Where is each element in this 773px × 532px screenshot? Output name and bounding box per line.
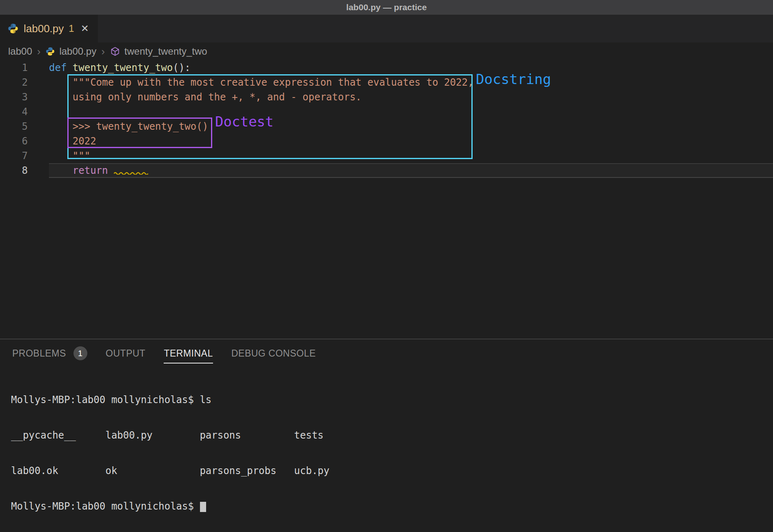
breadcrumb: lab00 › lab00.py › twenty_twenty_two xyxy=(0,42,773,60)
terminal-line: lab00.ok ok parsons_probs ucb.py xyxy=(11,465,773,477)
panel-tab-bar: PROBLEMS 1 OUTPUT TERMINAL DEBUG CONSOLE xyxy=(0,339,773,367)
terminal-cursor xyxy=(200,502,206,512)
line-number[interactable]: 4 xyxy=(0,104,49,119)
chevron-right-icon: › xyxy=(100,45,106,58)
code-token xyxy=(49,77,73,88)
code-line[interactable]: 4 xyxy=(0,104,773,119)
panel-tab-debug-console[interactable]: DEBUG CONSOLE xyxy=(231,339,316,367)
panel-tab-terminal[interactable]: TERMINAL xyxy=(164,339,213,367)
window-title: lab00.py — practice xyxy=(346,2,426,12)
terminal[interactable]: Mollys-MBP:lab00 mollynicholas$ ls __pyc… xyxy=(0,367,773,532)
tab-close-icon[interactable]: ✕ xyxy=(81,23,89,34)
line-number[interactable]: 1 xyxy=(0,60,49,75)
line-number[interactable]: 5 xyxy=(0,119,49,134)
tab-label: lab00.py xyxy=(24,22,64,35)
line-number[interactable]: 8 xyxy=(0,163,49,178)
problems-count-badge: 1 xyxy=(73,346,87,360)
terminal-line: Mollys-MBP:lab00 mollynicholas$ ls xyxy=(11,394,773,406)
bottom-panel: PROBLEMS 1 OUTPUT TERMINAL DEBUG CONSOLE… xyxy=(0,339,773,532)
terminal-line: Mollys-MBP:lab00 mollynicholas$ xyxy=(11,501,773,512)
line-number[interactable]: 7 xyxy=(0,149,49,163)
code-token xyxy=(108,165,114,176)
line-number[interactable]: 6 xyxy=(0,134,49,149)
terminal-text: lab00.ok ok parsons_probs ucb.py xyxy=(11,465,329,477)
python-icon xyxy=(7,23,19,34)
code-token: """ xyxy=(73,150,90,162)
terminal-text: Mollys-MBP:lab00 mollynicholas$ ls xyxy=(11,394,211,406)
breadcrumb-item-file[interactable]: lab00.py xyxy=(59,46,96,57)
code-token: (): xyxy=(173,62,190,73)
panel-tab-label: PROBLEMS xyxy=(12,348,66,359)
python-icon xyxy=(45,47,55,56)
code-token: def xyxy=(49,62,67,73)
line-number[interactable]: 3 xyxy=(0,90,49,104)
code-text[interactable]: """ xyxy=(49,149,773,163)
window-titlebar: lab00.py — practice xyxy=(0,0,773,15)
code-token: return xyxy=(73,165,108,176)
code-line[interactable]: 6 2022 xyxy=(0,134,773,149)
code-text[interactable]: >>> twenty_twenty_two() xyxy=(49,119,773,134)
warning-squiggle-icon xyxy=(114,171,148,175)
panel-tab-problems[interactable]: PROBLEMS 1 xyxy=(12,339,87,367)
code-line[interactable]: 5 >>> twenty_twenty_two() xyxy=(0,119,773,134)
terminal-line: __pycache__ lab00.py parsons tests xyxy=(11,430,773,441)
code-token: using only numbers and the +, *, and - o… xyxy=(73,91,362,103)
code-line[interactable]: 3 using only numbers and the +, *, and -… xyxy=(0,90,773,104)
terminal-text: __pycache__ lab00.py parsons tests xyxy=(11,430,324,441)
code-token: 2022 xyxy=(73,135,96,147)
chevron-right-icon: › xyxy=(36,45,42,58)
terminal-text: Mollys-MBP:lab00 mollynicholas$ xyxy=(11,501,200,512)
panel-tab-output[interactable]: OUTPUT xyxy=(106,339,146,367)
panel-tab-label: TERMINAL xyxy=(164,348,213,359)
code-line[interactable]: 2 """Come up with the most creative expr… xyxy=(0,75,773,90)
code-token: twenty_twenty_two xyxy=(73,62,173,73)
code-text[interactable]: """Come up with the most creative expres… xyxy=(49,75,773,90)
panel-tab-label: OUTPUT xyxy=(106,348,146,359)
code-token xyxy=(49,91,73,103)
code-token xyxy=(49,165,73,176)
code-token xyxy=(67,62,72,73)
code-token xyxy=(49,150,73,162)
breadcrumb-item-symbol[interactable]: twenty_twenty_two xyxy=(124,46,207,57)
symbol-cube-icon xyxy=(110,46,120,57)
code-token: """Come up with the most creative expres… xyxy=(73,77,474,88)
code-text[interactable]: using only numbers and the +, *, and - o… xyxy=(49,90,773,104)
code-line[interactable]: 7 """ xyxy=(0,149,773,163)
code-token xyxy=(49,135,73,147)
line-number[interactable]: 2 xyxy=(0,75,49,90)
editor-lines: 1def twenty_twenty_two():2 """Come up wi… xyxy=(0,60,773,178)
breadcrumb-item-lab00[interactable]: lab00 xyxy=(8,46,32,57)
docstring-label: Docstring xyxy=(476,71,551,87)
code-text[interactable]: def twenty_twenty_two(): xyxy=(49,60,773,75)
code-line[interactable]: 8 return xyxy=(0,163,773,178)
tab-warning-badge: 1 xyxy=(69,23,74,34)
code-text[interactable]: 2022 xyxy=(49,134,773,149)
code-text[interactable]: return xyxy=(49,163,773,178)
doctest-label: Doctest xyxy=(215,113,273,130)
tab-lab00[interactable]: lab00.py 1 ✕ xyxy=(0,15,98,42)
panel-tab-label: DEBUG CONSOLE xyxy=(231,348,316,359)
code-line[interactable]: 1def twenty_twenty_two(): xyxy=(0,60,773,75)
editor-tab-bar: lab00.py 1 ✕ xyxy=(0,15,773,42)
code-token xyxy=(49,121,73,132)
code-token: >>> twenty_twenty_two() xyxy=(73,121,208,132)
code-text[interactable] xyxy=(49,104,773,119)
code-editor[interactable]: 1def twenty_twenty_two():2 """Come up wi… xyxy=(0,60,773,339)
